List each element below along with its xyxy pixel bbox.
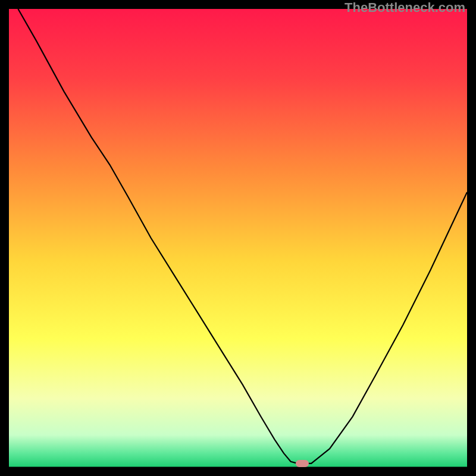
bottleneck-curve	[9, 9, 467, 467]
watermark-text: TheBottleneck.com	[345, 0, 465, 15]
optimal-marker	[296, 460, 309, 467]
